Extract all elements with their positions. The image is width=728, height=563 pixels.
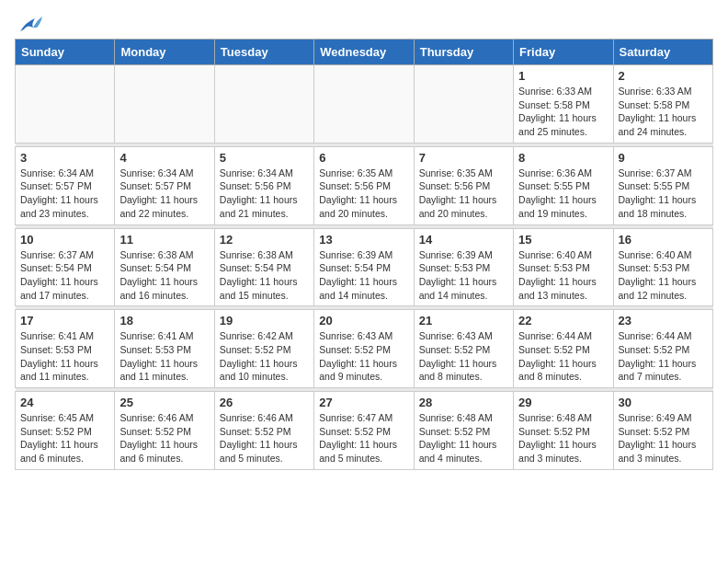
day-number: 22 <box>518 314 608 327</box>
calendar-cell <box>115 65 214 144</box>
calendar-cell: 24Sunrise: 6:45 AMSunset: 5:52 PMDayligh… <box>16 392 115 470</box>
day-info: Sunrise: 6:38 AMSunset: 5:54 PMDaylight:… <box>119 248 209 303</box>
calendar-cell: 4Sunrise: 6:34 AMSunset: 5:57 PMDaylight… <box>115 146 214 224</box>
calendar-cell: 5Sunrise: 6:34 AMSunset: 5:56 PMDaylight… <box>214 146 313 224</box>
day-info: Sunrise: 6:34 AMSunset: 5:57 PMDaylight:… <box>119 167 209 221</box>
day-number: 2 <box>619 69 708 83</box>
week-row-3: 10Sunrise: 6:37 AMSunset: 5:54 PMDayligh… <box>16 228 713 306</box>
day-info: Sunrise: 6:43 AMSunset: 5:52 PMDaylight:… <box>319 329 408 384</box>
day-info: Sunrise: 6:48 AMSunset: 5:52 PMDaylight:… <box>518 411 608 465</box>
day-number: 4 <box>119 151 209 165</box>
week-row-1: 1Sunrise: 6:33 AMSunset: 5:58 PMDaylight… <box>16 65 713 144</box>
day-info: Sunrise: 6:35 AMSunset: 5:56 PMDaylight:… <box>419 167 508 221</box>
day-info: Sunrise: 6:35 AMSunset: 5:56 PMDaylight:… <box>319 167 408 221</box>
day-info: Sunrise: 6:44 AMSunset: 5:52 PMDaylight:… <box>619 329 708 384</box>
calendar-cell: 28Sunrise: 6:48 AMSunset: 5:52 PMDayligh… <box>414 392 513 470</box>
calendar-table: SundayMondayTuesdayWednesdayThursdayFrid… <box>15 39 713 470</box>
day-info: Sunrise: 6:38 AMSunset: 5:54 PMDaylight:… <box>220 248 309 303</box>
day-number: 27 <box>319 396 408 409</box>
day-info: Sunrise: 6:47 AMSunset: 5:52 PMDaylight:… <box>319 411 408 465</box>
calendar-cell <box>214 65 313 144</box>
calendar-cell: 30Sunrise: 6:49 AMSunset: 5:52 PMDayligh… <box>613 392 712 470</box>
day-number: 23 <box>619 314 708 327</box>
calendar-cell: 29Sunrise: 6:48 AMSunset: 5:52 PMDayligh… <box>514 392 613 470</box>
day-info: Sunrise: 6:37 AMSunset: 5:54 PMDaylight:… <box>20 248 109 303</box>
calendar-cell: 12Sunrise: 6:38 AMSunset: 5:54 PMDayligh… <box>214 228 313 306</box>
day-info: Sunrise: 6:40 AMSunset: 5:53 PMDaylight:… <box>619 248 708 303</box>
day-number: 15 <box>518 233 608 247</box>
day-info: Sunrise: 6:41 AMSunset: 5:53 PMDaylight:… <box>20 329 109 384</box>
day-number: 11 <box>119 233 209 247</box>
calendar-cell <box>16 65 115 144</box>
calendar-cell: 13Sunrise: 6:39 AMSunset: 5:54 PMDayligh… <box>314 228 414 306</box>
day-number: 29 <box>518 396 608 409</box>
calendar-cell: 18Sunrise: 6:41 AMSunset: 5:53 PMDayligh… <box>115 310 214 388</box>
calendar-cell: 3Sunrise: 6:34 AMSunset: 5:57 PMDaylight… <box>16 146 115 224</box>
calendar-cell: 15Sunrise: 6:40 AMSunset: 5:53 PMDayligh… <box>514 228 613 306</box>
day-number: 13 <box>319 233 408 247</box>
calendar-cell: 1Sunrise: 6:33 AMSunset: 5:58 PMDaylight… <box>514 65 613 144</box>
day-number: 28 <box>419 396 508 409</box>
day-number: 26 <box>220 396 309 409</box>
weekday-header-row: SundayMondayTuesdayWednesdayThursdayFrid… <box>16 40 713 65</box>
day-info: Sunrise: 6:36 AMSunset: 5:55 PMDaylight:… <box>518 167 608 221</box>
calendar-cell: 16Sunrise: 6:40 AMSunset: 5:53 PMDayligh… <box>613 228 712 306</box>
day-number: 6 <box>319 151 408 165</box>
day-info: Sunrise: 6:40 AMSunset: 5:53 PMDaylight:… <box>518 248 608 303</box>
calendar-cell: 19Sunrise: 6:42 AMSunset: 5:52 PMDayligh… <box>214 310 313 388</box>
day-info: Sunrise: 6:46 AMSunset: 5:52 PMDaylight:… <box>119 411 209 465</box>
page-header <box>15 15 713 29</box>
week-row-4: 17Sunrise: 6:41 AMSunset: 5:53 PMDayligh… <box>16 310 713 388</box>
weekday-header-sunday: Sunday <box>16 40 115 65</box>
calendar-cell <box>314 65 414 144</box>
weekday-header-monday: Monday <box>115 40 214 65</box>
calendar-cell <box>414 65 513 144</box>
day-number: 10 <box>20 233 109 247</box>
day-info: Sunrise: 6:44 AMSunset: 5:52 PMDaylight:… <box>518 329 608 384</box>
calendar-cell: 14Sunrise: 6:39 AMSunset: 5:53 PMDayligh… <box>414 228 513 306</box>
calendar-cell: 27Sunrise: 6:47 AMSunset: 5:52 PMDayligh… <box>314 392 414 470</box>
day-info: Sunrise: 6:39 AMSunset: 5:54 PMDaylight:… <box>319 248 408 303</box>
day-info: Sunrise: 6:43 AMSunset: 5:52 PMDaylight:… <box>419 329 508 384</box>
day-info: Sunrise: 6:46 AMSunset: 5:52 PMDaylight:… <box>220 411 309 465</box>
day-info: Sunrise: 6:37 AMSunset: 5:55 PMDaylight:… <box>619 167 708 221</box>
day-number: 18 <box>119 314 209 327</box>
weekday-header-thursday: Thursday <box>414 40 513 65</box>
calendar-cell: 23Sunrise: 6:44 AMSunset: 5:52 PMDayligh… <box>613 310 712 388</box>
day-info: Sunrise: 6:45 AMSunset: 5:52 PMDaylight:… <box>20 411 109 465</box>
calendar-cell: 7Sunrise: 6:35 AMSunset: 5:56 PMDaylight… <box>414 146 513 224</box>
day-info: Sunrise: 6:33 AMSunset: 5:58 PMDaylight:… <box>619 85 708 139</box>
week-row-2: 3Sunrise: 6:34 AMSunset: 5:57 PMDaylight… <box>16 146 713 224</box>
day-number: 24 <box>20 396 109 409</box>
day-info: Sunrise: 6:34 AMSunset: 5:56 PMDaylight:… <box>220 167 309 221</box>
calendar-cell: 2Sunrise: 6:33 AMSunset: 5:58 PMDaylight… <box>613 65 712 144</box>
day-number: 12 <box>220 233 309 247</box>
day-info: Sunrise: 6:39 AMSunset: 5:53 PMDaylight:… <box>419 248 508 303</box>
day-info: Sunrise: 6:33 AMSunset: 5:58 PMDaylight:… <box>518 85 608 139</box>
day-number: 30 <box>619 396 708 409</box>
logo-bird-icon <box>17 15 42 35</box>
calendar-cell: 26Sunrise: 6:46 AMSunset: 5:52 PMDayligh… <box>214 392 313 470</box>
calendar-cell: 10Sunrise: 6:37 AMSunset: 5:54 PMDayligh… <box>16 228 115 306</box>
weekday-header-saturday: Saturday <box>613 40 712 65</box>
calendar-cell: 11Sunrise: 6:38 AMSunset: 5:54 PMDayligh… <box>115 228 214 306</box>
calendar-cell: 17Sunrise: 6:41 AMSunset: 5:53 PMDayligh… <box>16 310 115 388</box>
day-info: Sunrise: 6:41 AMSunset: 5:53 PMDaylight:… <box>119 329 209 384</box>
calendar-cell: 9Sunrise: 6:37 AMSunset: 5:55 PMDaylight… <box>613 146 712 224</box>
day-number: 1 <box>518 69 608 83</box>
calendar-cell: 20Sunrise: 6:43 AMSunset: 5:52 PMDayligh… <box>314 310 414 388</box>
day-number: 14 <box>419 233 508 247</box>
day-number: 17 <box>20 314 109 327</box>
day-number: 19 <box>220 314 309 327</box>
day-number: 5 <box>220 151 309 165</box>
logo <box>15 15 42 29</box>
weekday-header-wednesday: Wednesday <box>314 40 414 65</box>
day-number: 7 <box>419 151 508 165</box>
day-number: 8 <box>518 151 608 165</box>
day-number: 20 <box>319 314 408 327</box>
day-number: 25 <box>119 396 209 409</box>
day-info: Sunrise: 6:48 AMSunset: 5:52 PMDaylight:… <box>419 411 508 465</box>
calendar-cell: 21Sunrise: 6:43 AMSunset: 5:52 PMDayligh… <box>414 310 513 388</box>
day-info: Sunrise: 6:49 AMSunset: 5:52 PMDaylight:… <box>619 411 708 465</box>
day-number: 9 <box>619 151 708 165</box>
